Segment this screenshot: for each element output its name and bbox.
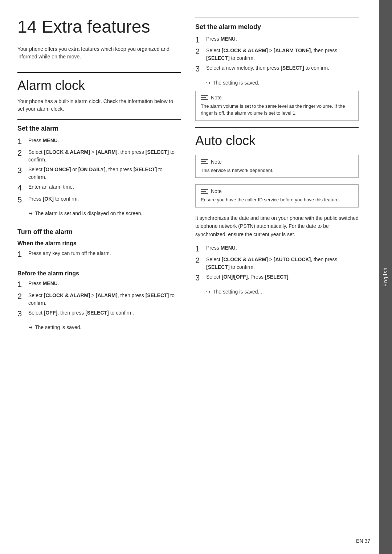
step-text: Enter an alarm time. <box>28 183 181 191</box>
step-item: 4 Enter an alarm time. <box>17 183 181 193</box>
step-number: 3 <box>17 166 25 175</box>
melody-result: ↪ The setting is saved. <box>206 80 359 86</box>
alarm-volume-note-box: Note The alarm volume is set to the same… <box>195 91 359 121</box>
note-icon-bar <box>201 97 206 98</box>
step-number: 3 <box>17 309 25 319</box>
note-label: Note <box>211 95 222 100</box>
arrow-icon: ↪ <box>28 210 33 216</box>
before-alarm-result: ↪ The setting is saved. <box>28 324 181 330</box>
note-icon <box>201 95 208 100</box>
step-item: 1 Press any key can turn off the alarm. <box>17 250 181 259</box>
step-number: 3 <box>195 273 203 283</box>
note-header: Note <box>201 95 353 100</box>
step-text: Select [CLOCK & ALARM] > [ALARM], then p… <box>28 292 181 307</box>
step-item: 1 Press MENU. <box>17 280 181 289</box>
step-number: 1 <box>195 35 203 45</box>
step-text: Select [CLOCK & ALARM] > [AUTO CLOCK], t… <box>206 256 359 271</box>
step-text: Select [OFF], then press [SELECT] to con… <box>28 309 181 317</box>
step-item: 3 Select [ON]/[OFF]. Press [SELECT]. <box>195 273 359 283</box>
step-number: 4 <box>17 183 25 193</box>
auto-clock-result: ↪ The setting is saved. . <box>206 289 359 295</box>
step-number: 2 <box>195 256 203 265</box>
step-item: 1 Press MENU. <box>17 137 181 146</box>
arrow-icon: ↪ <box>206 80 211 86</box>
step-text: Press MENU. <box>28 280 181 287</box>
auto-clock-note1-box: Note This service is network dependent. <box>195 155 359 178</box>
note-icon-bar <box>201 95 208 96</box>
step-text: Press any key can turn off the alarm. <box>28 250 181 257</box>
step-text: Select [CLOCK & ALARM] > [ALARM TONE], t… <box>206 47 359 62</box>
arrow-icon: ↪ <box>28 324 33 330</box>
note-icon-bar <box>201 159 208 160</box>
step-number: 1 <box>17 250 25 259</box>
right-column-top-divider <box>195 17 359 18</box>
result-text: The alarm is set and is displayed on the… <box>35 210 143 216</box>
before-alarm-rings-steps: 1 Press MENU. 2 Select [CLOCK & ALARM] >… <box>17 280 181 319</box>
alarm-clock-intro: Your phone has a built-in alarm clock. C… <box>17 98 181 113</box>
step-item: 2 Select [CLOCK & ALARM] > [ALARM], then… <box>17 292 181 307</box>
step-item: 1 Press MENU. <box>195 244 359 254</box>
step-number: 2 <box>17 292 25 301</box>
note-text: The alarm volume is set to the same leve… <box>201 103 353 117</box>
side-tab-label: English <box>383 267 388 287</box>
note-icon-bar <box>201 99 208 100</box>
step-item: 3 Select [ON ONCE] or [ON DAILY], then p… <box>17 166 181 181</box>
note-header: Note <box>201 159 353 165</box>
note-icon <box>201 159 208 164</box>
side-tab: English <box>379 0 392 554</box>
step-text: Select [ON ONCE] or [ON DAILY], then pre… <box>28 166 181 181</box>
alarm-clock-title: Alarm clock <box>17 72 181 93</box>
left-column: 14 Extra features Your phone offers you … <box>17 17 181 330</box>
arrow-icon: ↪ <box>206 289 211 295</box>
step-item: 3 Select a new melody, then press [SELEC… <box>195 64 359 74</box>
note-icon-bar <box>201 163 208 164</box>
note-label: Note <box>211 188 222 194</box>
chapter-number: 14 <box>17 17 37 36</box>
note-icon <box>201 189 208 194</box>
result-text: The setting is saved. <box>35 324 81 330</box>
step-item: 2 Select [CLOCK & ALARM] > [ALARM TONE],… <box>195 47 359 62</box>
step-number: 2 <box>17 148 25 158</box>
turn-off-heading: Turn off the alarm <box>17 228 181 236</box>
note-label: Note <box>211 159 222 165</box>
step-number: 5 <box>17 195 25 205</box>
when-alarm-rings-heading: When the alarm rings <box>17 240 181 247</box>
before-alarm-rings-heading: Before the alarm rings <box>17 270 181 277</box>
when-alarm-rings-steps: 1 Press any key can turn off the alarm. <box>17 250 181 259</box>
set-alarm-steps: 1 Press MENU. 2 Select [CLOCK & ALARM] >… <box>17 137 181 205</box>
page-footer: EN 37 <box>356 538 370 544</box>
note-text: This service is network dependent. <box>201 167 353 174</box>
result-text: The setting is saved. <box>213 80 259 86</box>
auto-clock-body: It synchronizes the date and time on you… <box>195 214 359 238</box>
right-column: Set the alarm melody 1 Press MENU. 2 Sel… <box>195 17 359 330</box>
main-content: 14 Extra features Your phone offers you … <box>0 0 379 348</box>
step-text: Press MENU. <box>206 35 359 43</box>
auto-clock-title: Auto clock <box>195 127 359 148</box>
step-number: 1 <box>17 137 25 146</box>
chapter-intro: Your phone offers you extra features whi… <box>17 45 181 61</box>
chapter-title-text: Extra features <box>42 17 150 36</box>
page-number: EN 37 <box>356 538 370 544</box>
step-number: 3 <box>195 64 203 74</box>
result-text: The setting is saved. . <box>213 289 262 295</box>
set-alarm-melody-steps: 1 Press MENU. 2 Select [CLOCK & ALARM] >… <box>195 35 359 74</box>
step-number: 1 <box>17 280 25 289</box>
set-alarm-heading: Set the alarm <box>17 125 181 132</box>
step-number: 1 <box>195 244 203 254</box>
divider-before-rings <box>17 265 181 265</box>
step-text: Select [ON]/[OFF]. Press [SELECT]. <box>206 273 359 281</box>
divider-set-alarm <box>17 119 181 120</box>
note-icon-bar <box>201 161 206 162</box>
step-text: Select a new melody, then press [SELECT]… <box>206 64 359 72</box>
chapter-title: 14 Extra features <box>17 17 181 37</box>
step-text: Press [OK] to confirm. <box>28 195 181 203</box>
set-alarm-melody-heading: Set the alarm melody <box>195 23 359 31</box>
note-icon-bar <box>201 191 206 192</box>
step-item: 1 Press MENU. <box>195 35 359 45</box>
step-number: 2 <box>195 47 203 56</box>
set-alarm-result: ↪ The alarm is set and is displayed on t… <box>28 210 181 216</box>
auto-clock-steps: 1 Press MENU. 2 Select [CLOCK & ALARM] >… <box>195 244 359 283</box>
auto-clock-note2-box: Note Ensure you have the caller ID servi… <box>195 184 359 208</box>
step-text: Select [CLOCK & ALARM] > [ALARM], then p… <box>28 148 181 164</box>
note-header: Note <box>201 188 353 194</box>
